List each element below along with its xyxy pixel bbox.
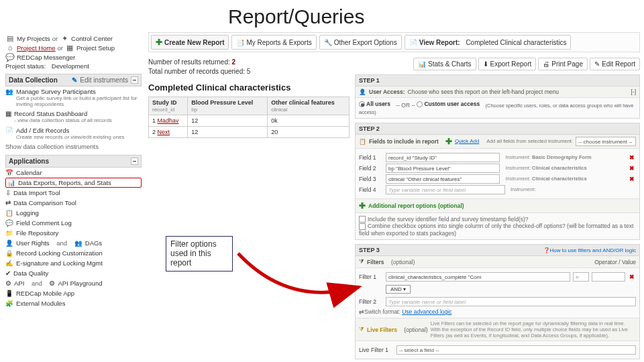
radio-all-users[interactable]: All users <box>359 101 390 107</box>
app-api[interactable]: ⚙API and ⚙API Playground <box>5 278 142 288</box>
app-file-repo[interactable]: 📁File Repository <box>5 228 142 238</box>
app-logging[interactable]: 📋Logging <box>5 208 142 218</box>
edit-instruments-link[interactable]: Edit instruments <box>80 76 128 84</box>
app-user-rights[interactable]: 👤User Rights and 👥DAGs <box>5 238 142 248</box>
annotation-callout: Filter options used in this report <box>166 236 233 272</box>
help-icon: ❓ <box>543 247 550 253</box>
collapse-toggle[interactable]: – <box>131 76 138 84</box>
field3-input[interactable]: clinical "Other clinical features" <box>386 174 500 184</box>
app-record-locking[interactable]: 🔒Record Locking Customization <box>5 248 142 258</box>
nav-my-projects[interactable]: ▤My Projectsor✦Control Center <box>5 34 142 43</box>
group-icon: 👥 <box>74 239 83 247</box>
app-data-comparison[interactable]: ⇄Data Comparison Tool <box>5 198 142 208</box>
checkbox-icon[interactable] <box>359 216 366 223</box>
folder-icon: 📁 <box>5 229 13 237</box>
field2-input[interactable]: bp "Blood Pressure Level" <box>386 164 500 173</box>
view-report-button[interactable]: 📄View Report: Completed Clinical charact… <box>405 35 572 50</box>
value-select[interactable] <box>592 272 625 282</box>
live-filter1-select[interactable]: -- select a field -- <box>396 345 636 355</box>
results-table: Study IDrecord_id Blood Pressure Levelbp… <box>148 97 350 138</box>
advanced-logic-link[interactable]: Use advanced logic <box>402 308 451 315</box>
sidebar-add-edit[interactable]: 📄Add / Edit RecordsCreate new records or… <box>5 125 142 141</box>
report-toolbar: ✚Create New Report 📑My Reports & Exports… <box>148 32 640 52</box>
checkbox-icon[interactable] <box>359 223 366 230</box>
app-data-exports[interactable]: 📊Data Exports, Reports, and Stats <box>5 178 142 188</box>
quick-add-icon[interactable]: ✚ <box>445 137 452 146</box>
export-report-button[interactable]: ⬇Export Report <box>478 58 537 70</box>
list-icon: ▤ <box>5 34 15 42</box>
step2-header: STEP 2 <box>356 123 639 135</box>
collapse-toggle-apps[interactable]: – <box>131 158 138 165</box>
edit-report-button[interactable]: ✎Edit Report <box>590 58 640 70</box>
project-status: Project status: Development <box>5 62 142 70</box>
addl-opt1[interactable]: Include the survey identifier field and … <box>359 216 636 223</box>
app-mobile[interactable]: 📱REDCap Mobile App <box>5 288 142 298</box>
table-row[interactable]: 2 Next1220 <box>149 127 350 138</box>
step2-subheader: 📋Fields to include in report✚Quick AddAd… <box>356 135 639 149</box>
quick-add-link[interactable]: Quick Add <box>455 138 479 144</box>
table-header-row: Study IDrecord_id Blood Pressure Levelbp… <box>149 97 350 115</box>
user-access-icon: 👤 <box>359 88 366 95</box>
filter2-input[interactable]: Type variable name or field label <box>386 297 636 306</box>
app-field-comment[interactable]: 💬Field Comment Log <box>5 218 142 228</box>
my-reports-button[interactable]: 📑My Reports & Exports <box>231 35 316 50</box>
people-icon: 👥 <box>5 88 13 95</box>
nav-control-center[interactable]: Control Center <box>71 35 113 42</box>
stats-charts-button[interactable]: 📊Stats & Charts <box>413 58 476 70</box>
additional-options-header: ✚Additional report options (optional) <box>356 198 639 213</box>
mobile-icon: 📱 <box>5 290 13 297</box>
report-title: Completed Clinical characteristics <box>148 82 350 93</box>
radio-custom-access[interactable]: Custom user access <box>417 101 480 107</box>
import-icon: ⇩ <box>5 189 11 196</box>
bar-chart-icon: 📊 <box>418 60 426 68</box>
field1-input[interactable]: record_id "Study ID" <box>386 153 500 162</box>
print-page-button[interactable]: 🖨Print Page <box>538 58 588 70</box>
app-external-modules[interactable]: 🧩External Modules <box>5 298 142 308</box>
show-dc-instruments[interactable]: Show data collection instruments <box>5 141 142 152</box>
grid2-icon: ▦ <box>5 110 11 117</box>
doc-plus-icon: 📄 <box>5 127 13 134</box>
chat-icon: 💬 <box>5 53 15 61</box>
delete-field-icon[interactable]: ✖ <box>628 165 636 172</box>
filter1-input[interactable]: clinical_characteristics_complete "Com <box>386 272 570 282</box>
operator-select[interactable]: = <box>573 272 589 282</box>
nav-or: or <box>52 35 58 42</box>
instrument-select[interactable]: -- choose instrument -- <box>576 137 636 146</box>
export-icon: 🔧 <box>324 39 332 46</box>
addl-opt2[interactable]: Combine checkbox options into single col… <box>359 223 636 237</box>
result-counts: Number of results returned: 2 Total numb… <box>148 58 250 76</box>
app-esign[interactable]: ✍E-signature and Locking Mgmt <box>5 258 142 268</box>
funnel2-icon: ⧩ <box>359 326 364 333</box>
filters-help-link[interactable]: ❓How to use filters and AND/OR logic <box>543 247 637 253</box>
delete-field-icon[interactable]: ✖ <box>628 154 636 161</box>
nav-project-setup[interactable]: Project Setup <box>76 44 115 52</box>
download-icon: ⬇ <box>483 60 488 68</box>
create-report-button[interactable]: ✚Create New Report <box>151 35 229 50</box>
app-calendar[interactable]: 📅Calendar <box>5 168 142 178</box>
comment-icon: 💬 <box>5 219 13 227</box>
field4-input[interactable]: Type variable name or field label <box>386 185 505 194</box>
step3-header: STEP 3❓How to use filters and AND/OR log… <box>356 245 639 256</box>
other-export-button[interactable]: 🔧Other Export Options <box>319 35 402 50</box>
compare-icon: ⇄ <box>5 199 11 206</box>
app-data-import[interactable]: ⇩Data Import Tool <box>5 188 142 198</box>
delete-filter-icon[interactable]: ✖ <box>628 274 636 280</box>
nav-messenger[interactable]: 💬REDCap Messenger <box>5 52 142 62</box>
delete-field-icon[interactable]: ✖ <box>628 176 636 182</box>
fields-icon: 📋 <box>359 138 366 145</box>
table-row[interactable]: 1 Madhav120k <box>149 115 350 127</box>
nav-project-home[interactable]: ⌂Project Homeor▦Project Setup <box>5 43 142 52</box>
plus-icon: ✚ <box>156 38 162 47</box>
calendar-icon: 📅 <box>5 169 13 176</box>
filter-row-1: Filter 1clinical_characteristics_complet… <box>359 272 636 282</box>
lock-icon: 🔒 <box>5 249 13 257</box>
and-pill[interactable]: AND ▾ <box>386 285 411 294</box>
sidebar-record-dashboard[interactable]: ▦Record Status Dashboard- view data coll… <box>5 109 142 125</box>
user-icon: 👤 <box>5 239 13 247</box>
app-data-quality[interactable]: ✔Data Quality <box>5 268 142 278</box>
field-row-1: Field 1record_id "Study ID"Instrument: B… <box>359 153 636 162</box>
collapse-step1[interactable]: [-] <box>631 88 636 95</box>
slide-title: Report/Queries <box>0 0 644 32</box>
pencil-icon[interactable]: ✎ <box>72 76 77 84</box>
sidebar-survey-participants[interactable]: 👥Manage Survey ParticipantsGet a public … <box>5 86 142 109</box>
